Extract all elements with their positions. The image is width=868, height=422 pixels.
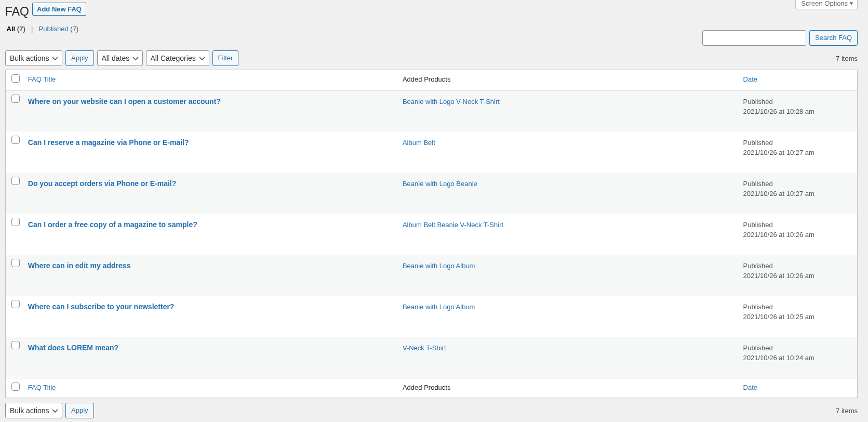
row-date: 2021/10/26 at 10:25 am — [743, 313, 814, 321]
row-checkbox[interactable] — [11, 341, 20, 349]
row-title-link[interactable]: Can I order a free copy of a magazine to… — [28, 220, 197, 229]
category-filter-select[interactable]: All Categories — [146, 50, 209, 66]
row-products-link[interactable]: Album Belt Beanie V-Neck T-Shirt — [403, 221, 503, 229]
col-header-products: Added Products — [403, 75, 451, 83]
row-date: 2021/10/26 at 10:26 am — [743, 272, 814, 280]
row-checkbox[interactable] — [11, 177, 20, 185]
col-footer-products: Added Products — [403, 384, 451, 391]
row-date: 2021/10/26 at 10:28 am — [743, 108, 814, 115]
row-date: 2021/10/26 at 10:26 am — [743, 231, 814, 239]
search-input[interactable] — [702, 30, 806, 46]
col-header-date[interactable]: Date — [743, 75, 757, 83]
row-title-link[interactable]: Where on your website can I open a custo… — [28, 97, 221, 106]
table-row: Where on your website can I open a custo… — [6, 90, 857, 131]
caret-down-icon: ▼ — [849, 1, 854, 6]
row-title-link[interactable]: Do you accept orders via Phone or E-mail… — [28, 179, 177, 188]
row-status: Published — [743, 344, 773, 352]
row-status: Published — [743, 180, 773, 188]
row-products-link[interactable]: Beanie with Logo Album — [403, 262, 475, 270]
row-date: 2021/10/26 at 10:27 am — [743, 149, 814, 156]
row-status: Published — [743, 221, 773, 229]
col-header-title[interactable]: FAQ Title — [28, 75, 56, 83]
separator: | — [29, 25, 35, 33]
view-published[interactable]: Published (7) — [37, 23, 80, 34]
item-count-top: 7 items — [836, 55, 858, 62]
row-checkbox[interactable] — [11, 218, 20, 226]
bulk-action-select[interactable]: Bulk actions — [5, 50, 62, 66]
faq-table: FAQ Title Added Products Date Where on y… — [5, 70, 858, 398]
row-checkbox[interactable] — [11, 300, 20, 308]
table-row: Where can in edit my addressBeanie with … — [6, 255, 857, 296]
apply-button-top[interactable]: Apply — [65, 50, 94, 66]
view-all-label: All — [7, 25, 16, 33]
select-all-top[interactable] — [11, 74, 20, 83]
apply-button-bottom[interactable]: Apply — [65, 403, 94, 418]
table-row: Can I order a free copy of a magazine to… — [6, 214, 857, 255]
col-footer-title[interactable]: FAQ Title — [28, 384, 56, 391]
view-all[interactable]: All (7) — [5, 23, 29, 34]
row-status: Published — [743, 262, 773, 270]
add-new-button[interactable]: Add New FAQ — [32, 3, 86, 16]
row-products-link[interactable]: Beanie with Logo Album — [403, 303, 475, 311]
bulk-action-select-bottom[interactable]: Bulk actions — [5, 403, 62, 418]
table-row: Where can I subscribe to your newsletter… — [6, 296, 857, 337]
row-date: 2021/10/26 at 10:24 am — [743, 354, 814, 362]
row-checkbox[interactable] — [11, 136, 20, 144]
screen-options-button[interactable]: Screen Options ▼ — [795, 0, 858, 9]
screen-options-label: Screen Options — [801, 0, 848, 7]
row-status: Published — [743, 139, 773, 147]
row-date: 2021/10/26 at 10:27 am — [743, 190, 814, 197]
row-title-link[interactable]: Where can in edit my address — [28, 261, 131, 270]
filter-button[interactable]: Filter — [212, 50, 239, 66]
row-status: Published — [743, 98, 773, 106]
search-button[interactable]: Search FAQ — [809, 30, 858, 46]
row-products-link[interactable]: Beanie with Logo V-Neck T-Shirt — [403, 98, 500, 106]
item-count-bottom: 7 items — [836, 407, 858, 415]
row-checkbox[interactable] — [11, 95, 20, 103]
view-published-label: Published — [39, 25, 69, 33]
table-row: Do you accept orders via Phone or E-mail… — [6, 173, 857, 214]
row-checkbox[interactable] — [11, 259, 20, 267]
row-title-link[interactable]: Where can I subscribe to your newsletter… — [28, 302, 175, 311]
select-all-bottom[interactable] — [11, 383, 20, 391]
row-title-link[interactable]: What does LOREM mean? — [28, 344, 118, 352]
row-title-link[interactable]: Can I reserve a magazine via Phone or E-… — [28, 138, 189, 147]
row-products-link[interactable]: V-Neck T-Shirt — [403, 344, 446, 352]
row-status: Published — [743, 303, 773, 311]
view-all-count: (7) — [17, 25, 25, 33]
view-published-count: (7) — [70, 25, 78, 33]
dates-filter-select[interactable]: All dates — [97, 50, 143, 66]
table-row: What does LOREM mean?V-Neck T-ShirtPubli… — [6, 337, 857, 378]
row-products-link[interactable]: Album Belt — [403, 139, 435, 147]
col-footer-date[interactable]: Date — [743, 384, 757, 391]
row-products-link[interactable]: Beanie with Logo Beanie — [403, 180, 477, 188]
page-title: FAQ — [5, 0, 29, 21]
table-row: Can I reserve a magazine via Phone or E-… — [6, 131, 857, 173]
